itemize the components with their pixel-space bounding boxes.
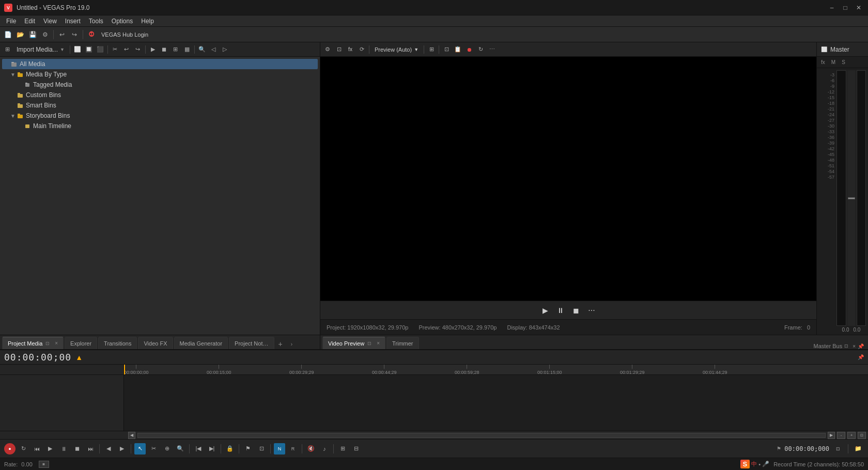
loop-btn[interactable]: ↻ <box>18 443 29 455</box>
preview-copy-btn[interactable]: 📋 <box>453 44 463 55</box>
tree-item-main-timeline[interactable]: Main Timeline <box>2 121 318 131</box>
pt-stop[interactable]: ◼ <box>159 44 169 55</box>
next-frame-btn[interactable]: ▶ <box>116 443 128 455</box>
pt-btn-3[interactable]: ⬛ <box>95 44 105 55</box>
snap-btn[interactable]: |◀ <box>193 443 204 455</box>
pt-btn-1[interactable]: ⬜ <box>72 44 83 55</box>
redo-btn[interactable]: ↪ <box>69 29 80 40</box>
preview-play-btn[interactable]: ▶ <box>539 305 551 316</box>
tab-video-preview[interactable]: Video Preview ⊡ × <box>322 337 385 349</box>
zoom-tool-btn[interactable]: ⊕ <box>161 443 173 455</box>
tree-item-tagged-media[interactable]: Tagged Media <box>2 80 318 90</box>
search-tool-btn[interactable]: 🔍 <box>175 443 186 455</box>
preview-snap-btn[interactable]: ⊡ <box>441 44 452 55</box>
pm-float-btn[interactable]: ⊡ <box>44 340 51 347</box>
tab-project-notes[interactable]: Project Not… <box>229 337 274 349</box>
preview-grid-btn[interactable]: ⊞ <box>426 44 437 55</box>
tab-video-fx[interactable]: Video FX <box>138 337 173 349</box>
preview-rotate-btn[interactable]: ⟳ <box>357 44 367 55</box>
close-button[interactable]: ✕ <box>854 3 864 13</box>
tab-project-media[interactable]: Project Media ⊡ × <box>2 337 64 349</box>
edit-tool-btn[interactable]: ✂ <box>148 443 159 455</box>
tree-item-storyboard-bins[interactable]: ▼ Storyboard Bins <box>2 111 318 121</box>
maximize-button[interactable]: □ <box>840 3 850 13</box>
normal-edit-btn[interactable]: N <box>274 443 285 455</box>
mb-close-btn[interactable]: × <box>853 343 856 349</box>
scroll-zoom-in-btn[interactable]: + <box>847 432 856 439</box>
pt-btn-2[interactable]: 🔲 <box>84 44 94 55</box>
minimize-button[interactable]: – <box>827 3 837 13</box>
mb-float-btn[interactable]: ⊡ <box>844 343 848 349</box>
record-btn[interactable]: ● <box>4 443 16 455</box>
menu-edit[interactable]: Edit <box>20 17 39 26</box>
master-m-btn[interactable]: M <box>829 59 838 66</box>
pt-play[interactable]: ▶ <box>148 44 158 55</box>
preview-fx-btn[interactable]: fx <box>345 44 355 55</box>
tc-copy-btn[interactable]: ⊡ <box>832 443 844 455</box>
preview-more-btn2[interactable]: ··· <box>586 305 597 316</box>
marker-btn[interactable]: ⚑ <box>242 443 254 455</box>
pt-btn-cut[interactable]: ✂ <box>110 44 120 55</box>
stop-btn[interactable]: ◼ <box>71 443 83 455</box>
panel-icon-btn[interactable]: ⊞ <box>2 44 12 55</box>
preview-more-btn[interactable]: ⋯ <box>487 44 497 55</box>
scroll-zoom-out-btn[interactable]: - <box>837 432 845 439</box>
scroll-fit-btn[interactable]: ⊡ <box>858 432 866 439</box>
menu-view[interactable]: View <box>39 17 61 26</box>
pin-btn[interactable]: 📌 <box>858 354 864 360</box>
preview-pause-btn[interactable]: ⏸ <box>555 305 566 316</box>
pt-grid2[interactable]: ▦ <box>182 44 192 55</box>
pt-arrow2[interactable]: ▷ <box>220 44 230 55</box>
preview-loop-btn[interactable]: ↻ <box>475 44 486 55</box>
menu-tools[interactable]: Tools <box>85 17 107 26</box>
pt-grid[interactable]: ⊞ <box>171 44 181 55</box>
menu-file[interactable]: File <box>2 17 20 26</box>
scroll-track[interactable] <box>137 433 826 438</box>
pt-search[interactable]: 🔍 <box>197 44 207 55</box>
tree-item-custom-bins[interactable]: Custom Bins <box>2 90 318 100</box>
preview-settings-btn[interactable]: ⚙ <box>322 44 333 55</box>
select-tool-btn[interactable]: ↖ <box>134 443 146 455</box>
rate-ctrl[interactable]: ■ <box>39 461 49 468</box>
pt-btn-undo[interactable]: ↩ <box>121 44 132 55</box>
snap2-btn[interactable]: ▶| <box>206 443 218 455</box>
tab-forward-btn[interactable]: › <box>287 339 297 349</box>
tree-item-smart-bins[interactable]: Smart Bins <box>2 100 318 111</box>
new-project-btn[interactable]: 📄 <box>2 29 13 40</box>
preview-split-btn[interactable]: ⊡ <box>334 44 344 55</box>
preview-mode-btn[interactable]: Preview (Auto) ▼ <box>371 44 422 55</box>
folder-btn[interactable]: 📁 <box>853 443 864 455</box>
pm-close-btn[interactable]: × <box>55 340 58 346</box>
ripple-btn[interactable]: R <box>287 443 299 455</box>
mixer-btn[interactable]: ⊟ <box>350 443 362 455</box>
menu-options[interactable]: Options <box>107 17 137 26</box>
menu-insert[interactable]: Insert <box>61 17 85 26</box>
undo-btn[interactable]: ↩ <box>56 29 68 40</box>
goto-end-btn[interactable]: ⏭ <box>85 443 96 455</box>
scroll-left-btn[interactable]: ◀ <box>128 432 135 439</box>
master-s-btn[interactable]: S <box>840 59 847 66</box>
scroll-right-btn[interactable]: ▶ <box>828 432 835 439</box>
hub-login-btn[interactable]: VEGAS Hub Login <box>98 29 151 40</box>
tab-transitions[interactable]: Transitions <box>98 337 137 349</box>
import-media-btn[interactable]: Import Media... ▼ <box>13 44 68 55</box>
save-btn[interactable]: 💾 <box>27 29 38 40</box>
pt-arrow[interactable]: ◁ <box>208 44 219 55</box>
prev-frame-btn[interactable]: ◀ <box>103 443 114 455</box>
tab-trimmer[interactable]: Trimmer <box>386 337 419 349</box>
ruler[interactable]: 00:00:00;00 00:00:15;00 00:00:29;29 00:0… <box>124 365 868 374</box>
goto-start-btn[interactable]: ⏮ <box>31 443 42 455</box>
master-fx-btn[interactable]: fx <box>819 59 827 66</box>
audio-btn[interactable]: ♪ <box>319 443 330 455</box>
grid-btn[interactable]: ⊞ <box>337 443 348 455</box>
vp-close-btn[interactable]: × <box>377 340 380 346</box>
vp-float-btn[interactable]: ⊡ <box>366 340 373 347</box>
pt-btn-redo[interactable]: ↪ <box>133 44 143 55</box>
fader-handle[interactable] <box>847 70 856 326</box>
region-btn[interactable]: ⊡ <box>256 443 267 455</box>
tab-explorer[interactable]: Explorer <box>65 337 97 349</box>
pause-btn[interactable]: ⏸ <box>58 443 69 455</box>
tree-item-media-by-type[interactable]: ▼ Media By Type <box>2 69 318 80</box>
preview-record-btn[interactable]: ⏺ <box>464 44 474 55</box>
settings-btn[interactable]: ⚙ <box>39 29 51 40</box>
